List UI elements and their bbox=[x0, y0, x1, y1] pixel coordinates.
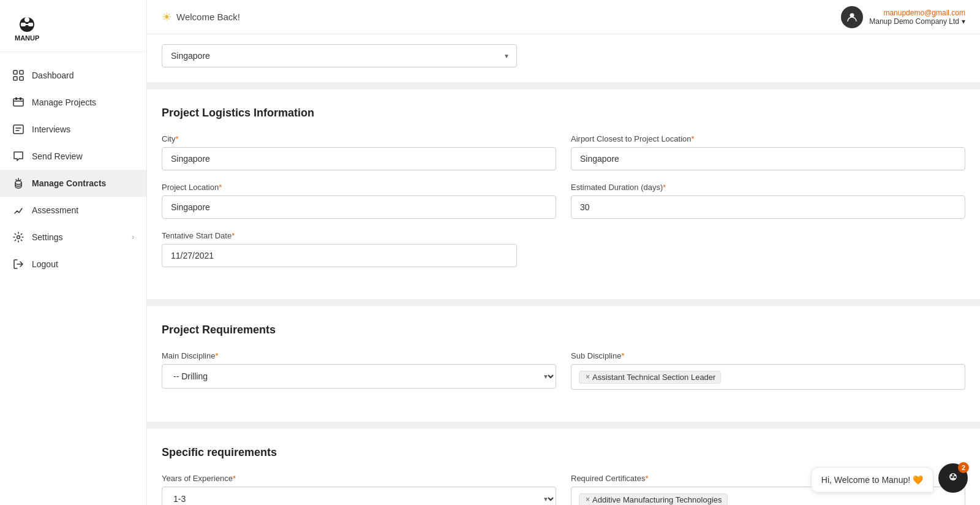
top-dropdown-section: Singapore bbox=[147, 34, 980, 82]
logistics-row-1: City* Airport Closest to Project Locatio… bbox=[162, 134, 965, 170]
user-avatar bbox=[841, 6, 863, 28]
city-required: * bbox=[175, 134, 178, 143]
sidebar-item-settings[interactable]: Settings › bbox=[0, 224, 146, 251]
required-certificates-tag: × Additive Manufacturing Technologies bbox=[579, 493, 728, 506]
topbar-greeting-area: ☀ Welcome Back! bbox=[162, 10, 240, 24]
requirements-title: Project Requirements bbox=[162, 324, 965, 336]
svg-rect-8 bbox=[13, 77, 17, 80]
interviews-icon bbox=[12, 123, 24, 135]
svg-rect-2 bbox=[21, 23, 26, 26]
sidebar: MANUP Dashboard Manage Projects Intervie… bbox=[0, 0, 147, 505]
estimated-duration-field-group: Estimated Duration (days)* bbox=[571, 183, 965, 219]
airport-input[interactable] bbox=[571, 147, 965, 170]
specific-requirements-title: Specific requirements bbox=[162, 446, 965, 459]
requirements-row-1: Main Discipline* -- Drilling Sub Discipl… bbox=[162, 351, 965, 390]
user-company: Manup Demo Company Ltd ▾ bbox=[869, 17, 965, 26]
greeting-text: Welcome Back! bbox=[176, 12, 240, 22]
sub-discipline-label: Sub Discipline* bbox=[571, 351, 965, 360]
city-label: City* bbox=[162, 134, 556, 143]
sidebar-item-dashboard[interactable]: Dashboard bbox=[0, 62, 146, 89]
airport-label: Airport Closest to Project Location* bbox=[571, 134, 965, 143]
sidebar-item-assessment[interactable]: Assessment bbox=[0, 197, 146, 224]
svg-rect-4 bbox=[26, 24, 28, 25]
sidebar-item-manage-projects-label: Manage Projects bbox=[32, 97, 96, 107]
manup-logo-icon: MANUP bbox=[12, 12, 42, 42]
svg-point-15 bbox=[17, 236, 20, 239]
project-location-field-group: Project Location* bbox=[162, 183, 556, 219]
sidebar-item-send-review[interactable]: Send Review bbox=[0, 143, 146, 170]
sidebar-item-send-review-label: Send Review bbox=[32, 151, 83, 161]
sub-discipline-tag-input[interactable]: × Assistant Technical Section Leader bbox=[571, 364, 965, 390]
sidebar-item-settings-label: Settings bbox=[32, 232, 63, 242]
svg-rect-6 bbox=[13, 70, 17, 74]
sub-discipline-tag-label: Assistant Technical Section Leader bbox=[592, 373, 715, 382]
sidebar-item-assessment-label: Assessment bbox=[32, 205, 78, 215]
review-icon bbox=[12, 150, 24, 162]
start-date-field-group: Tentative Start Date* bbox=[162, 231, 517, 267]
user-email: manupdemo@gmail.com bbox=[869, 9, 965, 17]
country-select[interactable]: Singapore bbox=[162, 44, 517, 67]
sub-discipline-tag: × Assistant Technical Section Leader bbox=[579, 371, 721, 384]
sub-discipline-field-group: Sub Discipline* × Assistant Technical Se… bbox=[571, 351, 965, 390]
sidebar-item-logout[interactable]: Logout bbox=[0, 251, 146, 278]
main-content: Singapore Project Logistics Information … bbox=[147, 34, 980, 505]
projects-icon bbox=[12, 96, 24, 108]
years-experience-select[interactable]: 1-3 bbox=[162, 487, 556, 505]
start-date-required: * bbox=[232, 231, 235, 240]
logistics-title: Project Logistics Information bbox=[162, 107, 965, 120]
years-experience-field-group: Years of Experience* 1-3 bbox=[162, 474, 556, 505]
estimated-duration-input[interactable] bbox=[571, 196, 965, 219]
chat-bubble: Hi, Welcome to Manup! 🧡 bbox=[811, 467, 933, 493]
city-input[interactable] bbox=[162, 147, 556, 170]
estimated-duration-required: * bbox=[663, 183, 666, 192]
project-location-label: Project Location* bbox=[162, 183, 556, 192]
svg-rect-20 bbox=[954, 476, 956, 478]
main-discipline-required: * bbox=[215, 351, 218, 360]
sidebar-item-interviews-label: Interviews bbox=[32, 124, 70, 134]
sidebar-item-manage-contracts-label: Manage Contracts bbox=[32, 178, 106, 188]
main-discipline-field-group: Main Discipline* -- Drilling bbox=[162, 351, 556, 390]
svg-rect-12 bbox=[20, 97, 21, 100]
sidebar-item-dashboard-label: Dashboard bbox=[32, 70, 74, 80]
logistics-row-2: Project Location* Estimated Duration (da… bbox=[162, 183, 965, 219]
required-certificates-tag-close[interactable]: × bbox=[586, 495, 590, 504]
svg-rect-10 bbox=[13, 99, 23, 106]
svg-point-18 bbox=[952, 474, 954, 476]
svg-rect-19 bbox=[951, 476, 953, 478]
sidebar-item-interviews[interactable]: Interviews bbox=[0, 116, 146, 143]
settings-icon bbox=[12, 231, 24, 243]
required-certificates-required: * bbox=[645, 474, 648, 483]
svg-rect-7 bbox=[20, 70, 23, 74]
years-experience-label: Years of Experience* bbox=[162, 474, 556, 483]
svg-rect-11 bbox=[15, 97, 17, 100]
svg-point-14 bbox=[15, 181, 21, 184]
chat-widget: Hi, Welcome to Manup! 🧡 2 bbox=[811, 463, 968, 493]
sidebar-item-logout-label: Logout bbox=[32, 259, 58, 269]
logistics-section: Project Logistics Information City* Airp… bbox=[147, 89, 980, 299]
main-area: ☀ Welcome Back! manupdemo@gmail.com Manu… bbox=[147, 0, 980, 505]
svg-point-1 bbox=[24, 17, 29, 22]
start-date-label: Tentative Start Date* bbox=[162, 231, 517, 240]
main-discipline-label: Main Discipline* bbox=[162, 351, 556, 360]
logistics-row-3: Tentative Start Date* bbox=[162, 231, 965, 267]
logout-icon bbox=[12, 258, 24, 270]
main-discipline-select[interactable]: -- Drilling bbox=[162, 364, 556, 389]
dashboard-icon bbox=[12, 69, 24, 82]
chat-badge: 2 bbox=[958, 462, 969, 473]
chat-avatar-button[interactable]: 2 bbox=[938, 463, 968, 493]
years-experience-select-wrapper: 1-3 bbox=[162, 487, 556, 505]
topbar-user-area[interactable]: manupdemo@gmail.com Manup Demo Company L… bbox=[841, 6, 965, 28]
airport-field-group: Airport Closest to Project Location* bbox=[571, 134, 965, 170]
svg-rect-3 bbox=[28, 23, 33, 26]
project-location-input[interactable] bbox=[162, 196, 556, 219]
sidebar-item-manage-contracts[interactable]: Manage Contracts bbox=[0, 170, 146, 197]
chat-logo-icon bbox=[946, 471, 960, 485]
requirements-section: Project Requirements Main Discipline* --… bbox=[147, 306, 980, 422]
svg-rect-13 bbox=[13, 125, 23, 134]
project-location-required: * bbox=[219, 183, 222, 192]
sidebar-item-manage-projects[interactable]: Manage Projects bbox=[0, 89, 146, 116]
sub-discipline-tag-close[interactable]: × bbox=[586, 373, 590, 381]
svg-text:MANUP: MANUP bbox=[15, 34, 39, 42]
user-info: manupdemo@gmail.com Manup Demo Company L… bbox=[869, 9, 965, 26]
start-date-input[interactable] bbox=[162, 244, 517, 267]
